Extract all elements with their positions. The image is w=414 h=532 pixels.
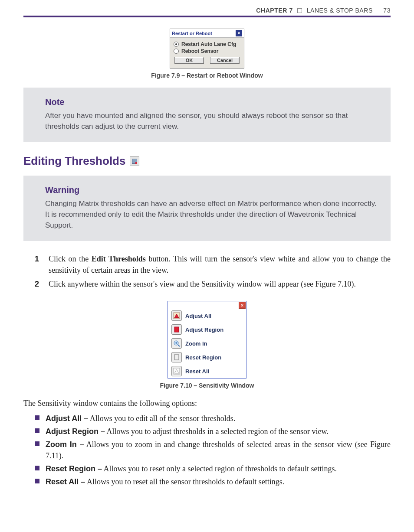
bullet-text: Allows you to adjust thresholds in a sel… — [105, 427, 329, 436]
header-box-icon — [297, 8, 302, 13]
adjust-all-icon — [171, 310, 182, 321]
close-icon[interactable]: × — [236, 30, 242, 36]
chapter-label: CHAPTER 7 — [256, 7, 292, 14]
bullet-zoom-in: Zoom In – Allows you to zoom in and chan… — [35, 439, 391, 461]
menu-item-reset-all[interactable]: Reset All — [168, 364, 246, 378]
bullet-reset-region: Reset Region – Allows you to reset only … — [35, 463, 391, 474]
bullet-text: Allows you to reset all the sensor thres… — [85, 477, 284, 486]
warning-heading: Warning — [45, 185, 377, 195]
options-bullet-list: Adjust All – Allows you to edit all of t… — [35, 413, 391, 488]
step1-pre: Click on the — [49, 255, 92, 263]
dialog-titlebar: Restart or Reboot × — [170, 29, 244, 38]
menu-item-zoom-in[interactable]: Zoom In — [168, 336, 246, 350]
bullet-adjust-all: Adjust All – Allows you to edit all of t… — [35, 413, 391, 424]
step-number: 1 — [35, 253, 43, 276]
radio-label: Reboot Sensor — [181, 48, 218, 54]
bullet-icon — [35, 428, 39, 433]
warning-body: Changing Matrix thresholds can have an a… — [45, 199, 377, 231]
step-2: 2 Click anywhere within the sensor's vie… — [35, 278, 391, 290]
radio-reboot-sensor[interactable]: Reboot Sensor — [174, 48, 240, 54]
note-heading: Note — [45, 97, 377, 107]
restart-reboot-dialog: Restart or Reboot × Restart Auto Lane Cf… — [170, 29, 244, 69]
header-rule — [23, 16, 391, 17]
menu-item-label: Adjust Region — [185, 326, 223, 333]
figure-7-9-caption: Figure 7.9 – Restart or Reboot Window — [23, 72, 391, 79]
radio-unselected-icon — [174, 49, 179, 54]
radio-restart-auto-lane-cfg[interactable]: Restart Auto Lane Cfg — [174, 41, 240, 47]
bullet-text: Allows you to edit all of the sensor thr… — [88, 414, 235, 423]
warning-callout: Warning Changing Matrix thresholds can h… — [23, 176, 391, 241]
bullet-label: Reset All – — [46, 477, 85, 486]
step-1: 1 Click on the Edit Thresholds button. T… — [35, 253, 391, 276]
close-icon[interactable]: × — [239, 302, 246, 309]
radio-label: Restart Auto Lane Cfg — [181, 41, 236, 47]
bullet-icon — [35, 479, 39, 483]
menu-item-label: Zoom In — [185, 340, 207, 347]
svg-rect-1 — [174, 327, 179, 332]
sensitivity-window: × Adjust All Adjust Region — [168, 301, 246, 379]
section-heading-editing-thresholds: Editing Thresholds — [23, 154, 391, 168]
steps-list: 1 Click on the Edit Thresholds button. T… — [35, 253, 391, 290]
step-number: 2 — [35, 278, 43, 290]
section-heading-text: Editing Thresholds — [23, 154, 125, 168]
radio-selected-icon — [174, 42, 179, 47]
zoom-in-icon — [171, 338, 182, 349]
menu-item-label: Reset All — [185, 368, 209, 375]
running-header: CHAPTER 7 LANES & STOP BARS 73 — [23, 7, 391, 14]
bullet-label: Adjust All – — [46, 414, 88, 423]
bullet-reset-all: Reset All – Allows you to reset all the … — [35, 476, 391, 487]
bullet-adjust-region: Adjust Region – Allows you to adjust thr… — [35, 426, 391, 437]
dialog-title: Restart or Reboot — [172, 31, 212, 36]
menu-item-reset-region[interactable]: Reset Region — [168, 350, 246, 364]
figure-7-9: Restart or Reboot × Restart Auto Lane Cf… — [23, 29, 391, 69]
bullet-text: Allows you to zoom in and change thresho… — [46, 440, 391, 460]
intro-after-figure: The Sensitivity window contains the foll… — [23, 398, 391, 409]
bullet-icon — [35, 466, 39, 470]
reset-all-icon — [171, 366, 182, 376]
bullet-label: Reset Region – — [46, 464, 102, 473]
cancel-button[interactable]: Cancel — [210, 57, 240, 64]
adjust-region-icon — [171, 324, 182, 335]
bullet-text: Allows you to reset only a selected regi… — [102, 464, 337, 473]
svg-line-5 — [178, 345, 180, 346]
step2-text: Click anywhere within the sensor's view … — [49, 278, 356, 290]
ok-button[interactable]: OK — [174, 57, 204, 64]
reset-region-icon — [171, 352, 182, 362]
menu-item-label: Reset Region — [185, 354, 221, 361]
bullet-icon — [35, 415, 39, 420]
menu-item-adjust-all[interactable]: Adjust All — [168, 309, 246, 323]
menu-item-adjust-region[interactable]: Adjust Region — [168, 323, 246, 336]
page-number: 73 — [383, 7, 391, 14]
edit-thresholds-icon — [130, 157, 139, 166]
step1-bold: Edit Thresholds — [92, 255, 146, 263]
figure-7-10-caption: Figure 7.10 – Sensitivity Window — [23, 382, 391, 389]
menu-item-label: Adjust All — [185, 313, 211, 319]
figure-7-10: × Adjust All Adjust Region — [23, 301, 391, 379]
chapter-title: LANES & STOP BARS — [307, 7, 373, 14]
bullet-label: Zoom In – — [46, 440, 84, 449]
note-body: After you have mounted and aligned the s… — [45, 111, 377, 132]
bullet-label: Adjust Region – — [46, 427, 105, 436]
bullet-icon — [35, 441, 39, 446]
svg-rect-6 — [174, 355, 179, 360]
note-callout: Note After you have mounted and aligned … — [23, 88, 391, 142]
